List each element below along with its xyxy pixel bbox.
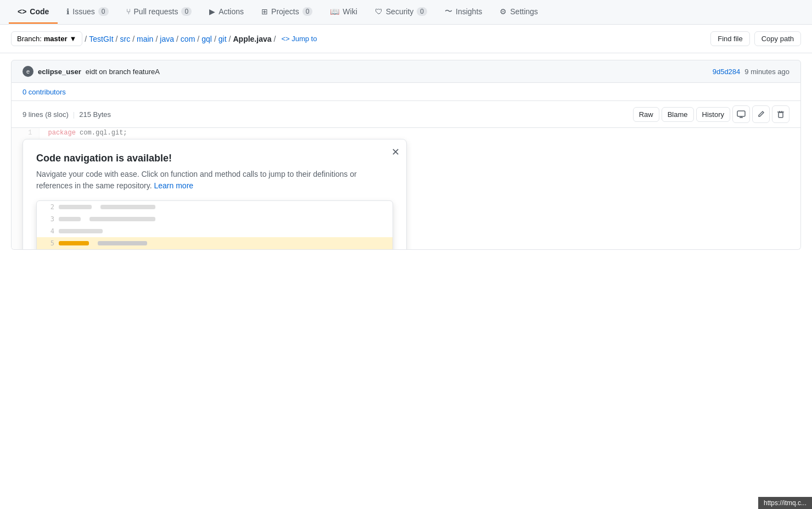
delete-icon[interactable] [772, 105, 789, 123]
branch-selector[interactable]: Branch: master ▼ [11, 31, 82, 46]
tab-wiki[interactable]: 📖 Wiki [321, 1, 366, 24]
find-file-button[interactable]: Find file [710, 31, 750, 46]
contributors-count: 0 [23, 88, 26, 96]
file-meta-info: 9 lines (8 sloc) | 215 Bytes [23, 110, 111, 119]
display-icon[interactable] [732, 105, 750, 123]
close-nav-popup-button[interactable]: ✕ [391, 146, 400, 158]
tab-insights-label: Insights [456, 7, 482, 16]
path-main[interactable]: main [137, 35, 153, 43]
pr-badge: 0 [181, 7, 192, 16]
commit-hash[interactable]: 9d5d284 [713, 68, 741, 76]
tab-wiki-label: Wiki [343, 7, 357, 16]
blame-button[interactable]: Blame [662, 107, 694, 122]
path-git[interactable]: git [219, 35, 227, 43]
issues-badge: 0 [98, 7, 109, 16]
tab-code-label: Code [30, 7, 49, 16]
jump-to-button[interactable]: <> Jump to [278, 33, 320, 44]
contributors-link[interactable]: 0 contributors [23, 88, 66, 96]
raw-button[interactable]: Raw [633, 107, 659, 122]
tab-insights[interactable]: 〜 Insights [436, 0, 491, 24]
issues-icon: ℹ [66, 7, 69, 16]
commit-bar: e eclipse_user eidt on branch featureA 9… [11, 60, 801, 83]
chevron-down-icon: ▼ [69, 35, 76, 43]
repo-nav: <> Code ℹ Issues 0 ⑂ Pull requests 0 ▶ A… [0, 0, 812, 25]
tab-pull-requests[interactable]: ⑂ Pull requests 0 [117, 1, 201, 24]
breadcrumb-bar: Branch: master ▼ / TestGIt / src / main … [0, 25, 812, 53]
svg-rect-3 [779, 113, 783, 118]
security-badge: 0 [417, 7, 427, 16]
breadcrumb: Branch: master ▼ / TestGIt / src / main … [11, 31, 320, 46]
peek-line-2: 2 [37, 201, 393, 213]
file-size: 215 Bytes [79, 110, 111, 119]
tab-settings-label: Settings [510, 7, 538, 16]
insights-icon: 〜 [445, 7, 452, 16]
tab-actions[interactable]: ▶ Actions [200, 1, 253, 24]
breadcrumb-actions: Find file Copy path [710, 31, 801, 46]
contributors-label: contributors [29, 88, 66, 96]
commit-time: 9 minutes ago [744, 68, 789, 76]
tab-projects[interactable]: ⊞ Projects 0 [253, 1, 321, 24]
contributors-bar: 0 contributors [11, 83, 801, 101]
path-com[interactable]: com [181, 35, 195, 43]
tab-projects-label: Projects [271, 7, 299, 16]
peek-line-6: 6 [37, 249, 393, 250]
settings-icon: ⚙ [500, 7, 507, 16]
nav-popup-body: Navigate your code with ease. Click on f… [36, 169, 393, 192]
tab-issues-label: Issues [72, 7, 94, 16]
peek-line-4: 4 [37, 225, 393, 237]
peek-line-3: 3 [37, 213, 393, 225]
wiki-icon: 📖 [330, 7, 339, 16]
code-container: Code navigation is available! Navigate y… [11, 128, 801, 250]
repo-link[interactable]: TestGIt [89, 35, 113, 43]
nav-popup-overlay: Code navigation is available! Navigate y… [12, 128, 800, 249]
tab-actions-label: Actions [219, 7, 244, 16]
pr-icon: ⑂ [126, 7, 131, 16]
path-src[interactable]: src [120, 35, 130, 43]
code-peek-panel: 2 3 4 5 [36, 200, 393, 250]
projects-icon: ⊞ [261, 7, 268, 16]
branch-name: master [44, 35, 68, 43]
path-gql[interactable]: gql [201, 35, 212, 43]
svg-rect-0 [737, 111, 745, 116]
current-filename: Apple.java [233, 35, 271, 43]
nav-popup-title: Code navigation is available! [36, 153, 393, 164]
path-java[interactable]: java [160, 35, 174, 43]
history-button[interactable]: History [696, 107, 730, 122]
branch-label: Branch: [17, 35, 42, 43]
tab-code[interactable]: <> Code [9, 1, 58, 24]
peek-line-5-highlighted: 5 [37, 237, 393, 249]
file-meta-bar: 9 lines (8 sloc) | 215 Bytes Raw Blame H… [11, 101, 801, 128]
commit-meta: 9d5d284 9 minutes ago [713, 68, 789, 76]
avatar: e [23, 66, 33, 77]
tab-security[interactable]: 🛡 Security 0 [366, 1, 436, 24]
tab-security-label: Security [386, 7, 414, 16]
projects-badge: 0 [303, 7, 313, 16]
copy-path-button[interactable]: Copy path [754, 31, 801, 46]
file-actions: Raw Blame History [633, 105, 789, 123]
file-lines: 9 lines (8 sloc) [23, 110, 69, 119]
actions-icon: ▶ [209, 7, 215, 16]
tab-settings[interactable]: ⚙ Settings [491, 1, 547, 24]
nav-popup: Code navigation is available! Navigate y… [23, 139, 407, 250]
tab-pr-label: Pull requests [134, 7, 178, 16]
commit-message: eidt on branch featureA [86, 68, 160, 76]
learn-more-link[interactable]: Learn more [154, 181, 194, 190]
edit-icon[interactable] [752, 105, 770, 123]
commit-user: eclipse_user [38, 68, 81, 76]
security-icon: 🛡 [375, 7, 383, 16]
code-icon: <> [18, 7, 26, 16]
tab-issues[interactable]: ℹ Issues 0 [58, 1, 117, 24]
commit-info: e eclipse_user eidt on branch featureA [23, 66, 160, 77]
